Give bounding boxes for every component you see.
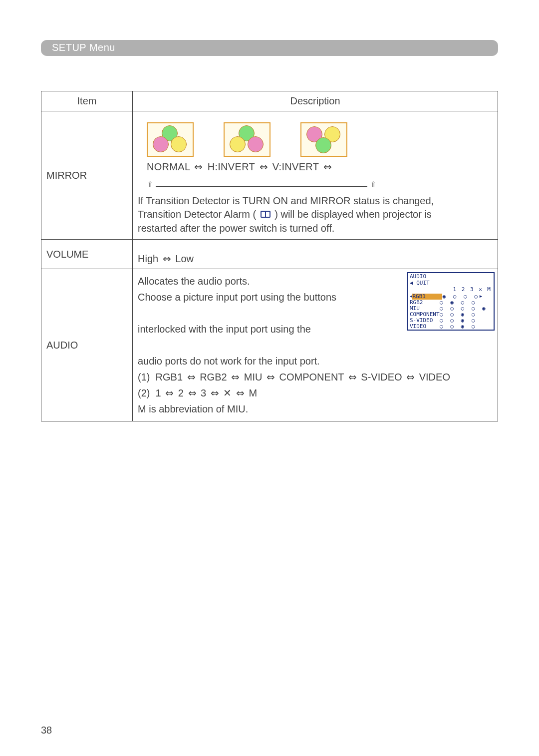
mirror-seq-hinvert: H:INVERT (208, 161, 255, 172)
mirror-note: If Transition Detector is TURN ON and MI… (138, 192, 493, 235)
table-row-mirror: MIRROR (41, 111, 498, 240)
up-arrow-icon: ⇧ (370, 180, 376, 189)
mirror-note-line: Transition Detector Alarm ( (138, 209, 256, 220)
mirror-seq-vinvert: V:INVERT (272, 161, 319, 172)
arrow-icon: ⇔ (236, 385, 245, 401)
settings-table: Item Description MIRROR (41, 91, 498, 421)
arrow-icon: ⇔ (406, 369, 415, 385)
mirror-note-line: ) will be displayed when projector is (274, 209, 432, 220)
arrow-icon: ⇔ (163, 253, 171, 265)
osd-row: VIDEO○ ○ ◉ ○ (408, 324, 494, 330)
mirror-fig-hinvert (224, 122, 270, 157)
volume-desc: High ⇔ Low (133, 240, 498, 269)
manual-reference-icon (260, 208, 271, 222)
osd-title: AUDIO (408, 273, 494, 280)
seq-label: (1) (138, 372, 150, 382)
breadcrumb-text: SETUP Menu (52, 42, 115, 53)
arrow-icon: ⇔ (211, 385, 219, 401)
arrow-icon: ⇔ (267, 369, 275, 385)
audio-line: interlocked with the input port using th… (138, 324, 311, 335)
arrow-icon: ⇔ (188, 385, 197, 401)
arrow-icon: ⇔ (323, 161, 332, 173)
audio-abbr: M is abbreviation of MIU. (138, 401, 493, 417)
osd-row: ◀RGB1◉ ○ ○ ○▶ (408, 294, 494, 300)
arrow-icon: ⇔ (348, 369, 357, 385)
arrow-icon: ⇔ (194, 161, 203, 173)
mirror-fig-vinvert (300, 122, 347, 157)
audio-osd-panel: AUDIO ◀ QUIT 1 2 3 ✕ M ◀RGB1◉ ○ ○ ○▶ RGB… (407, 272, 495, 331)
osd-columns: 1 2 3 ✕ M (408, 287, 494, 293)
audio-label: AUDIO (41, 269, 133, 421)
table-row-audio: AUDIO Allocates the audio ports. Choose … (41, 269, 498, 421)
audio-seq1: (1) RGB1 ⇔ RGB2 ⇔ MIU ⇔ COMPONENT ⇔ S-VI… (138, 369, 493, 385)
osd-row: RGB2○ ◉ ○ ○ (408, 300, 494, 306)
mirror-figures (138, 115, 493, 159)
mirror-label: MIRROR (41, 111, 133, 240)
audio-seq2: (2) 1 ⇔ 2 ⇔ 3 ⇔ ✕ ⇔ M (138, 385, 493, 401)
col-description: Description (133, 91, 498, 111)
audio-desc: Allocates the audio ports. Choose a pict… (133, 269, 498, 421)
mirror-loop-indicator: ⇧ ⇧ (147, 174, 376, 187)
audio-line: Allocates the audio ports. (138, 276, 250, 287)
col-item: Item (41, 91, 133, 111)
mirror-sequence: NORMAL ⇔ H:INVERT ⇔ V:INVERT ⇔ (138, 159, 493, 173)
mirror-note-line: restarted after the power switch is turn… (138, 223, 334, 234)
audio-line: Choose a picture input port using the bu… (138, 292, 336, 303)
volume-high: High (138, 253, 158, 264)
audio-line: audio ports do not work for the input po… (138, 356, 320, 367)
page-number: 38 (41, 725, 52, 736)
arrow-icon: ⇔ (260, 161, 268, 173)
mirror-note-line: If Transition Detector is TURN ON and MI… (138, 195, 434, 206)
arrow-icon: ⇔ (231, 369, 240, 385)
arrow-icon: ⇔ (165, 385, 174, 401)
arrow-icon: ⇔ (187, 369, 196, 385)
mirror-fig-normal (147, 122, 194, 157)
mirror-seq-normal: NORMAL (147, 161, 190, 172)
breadcrumb-pill: SETUP Menu (41, 40, 498, 56)
svg-rect-1 (265, 211, 266, 217)
osd-row: MIU○ ○ ○ ○ ◉ (408, 306, 494, 312)
mute-icon: ✕ (223, 387, 232, 398)
up-arrow-icon: ⇧ (147, 180, 153, 189)
volume-label: VOLUME (41, 240, 133, 269)
page: SETUP Menu Item Description MIRROR (0, 0, 539, 756)
table-row-volume: VOLUME High ⇔ Low (41, 240, 498, 269)
volume-low: Low (175, 253, 194, 264)
seq-label: (2) (138, 387, 150, 398)
mirror-desc: NORMAL ⇔ H:INVERT ⇔ V:INVERT ⇔ ⇧ ⇧ If Tr… (133, 111, 498, 240)
table-header-row: Item Description (41, 91, 498, 111)
